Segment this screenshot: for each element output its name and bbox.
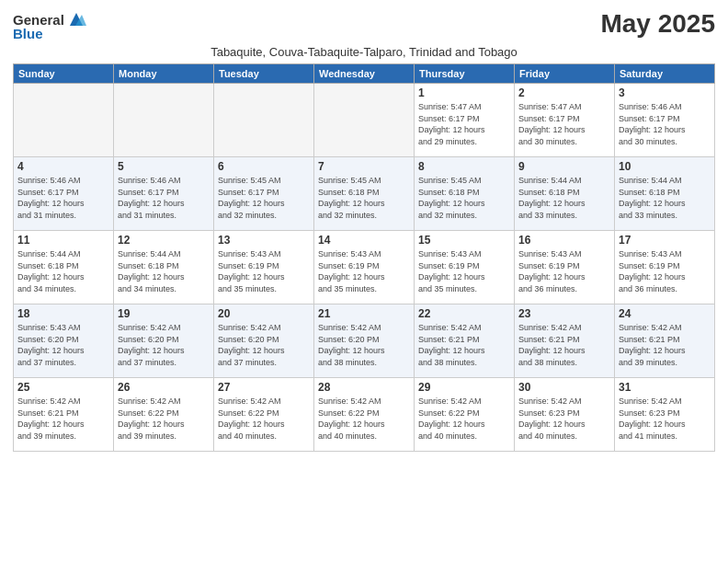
calendar-cell: 18Sunrise: 5:43 AM Sunset: 6:20 PM Dayli… xyxy=(14,304,114,378)
day-number: 24 xyxy=(619,307,711,320)
calendar-cell: 27Sunrise: 5:42 AM Sunset: 6:22 PM Dayli… xyxy=(214,378,314,452)
logo-blue: Blue xyxy=(13,26,43,41)
calendar-cell: 9Sunrise: 5:44 AM Sunset: 6:18 PM Daylig… xyxy=(515,157,615,231)
day-info: Sunrise: 5:42 AM Sunset: 6:23 PM Dayligh… xyxy=(518,396,610,442)
day-number: 29 xyxy=(418,381,510,394)
day-info: Sunrise: 5:42 AM Sunset: 6:22 PM Dayligh… xyxy=(118,396,210,442)
calendar-week-2: 11Sunrise: 5:44 AM Sunset: 6:18 PM Dayli… xyxy=(14,231,715,304)
day-info: Sunrise: 5:43 AM Sunset: 6:19 PM Dayligh… xyxy=(318,248,410,294)
calendar-title: May 2025 xyxy=(600,9,715,39)
day-number: 21 xyxy=(318,307,410,320)
day-info: Sunrise: 5:44 AM Sunset: 6:18 PM Dayligh… xyxy=(118,248,210,294)
header-thursday: Thursday xyxy=(415,64,515,84)
day-info: Sunrise: 5:42 AM Sunset: 6:23 PM Dayligh… xyxy=(619,396,711,442)
calendar-cell: 30Sunrise: 5:42 AM Sunset: 6:23 PM Dayli… xyxy=(515,378,615,452)
day-info: Sunrise: 5:43 AM Sunset: 6:19 PM Dayligh… xyxy=(218,248,310,294)
calendar-cell: 28Sunrise: 5:42 AM Sunset: 6:22 PM Dayli… xyxy=(314,378,415,452)
day-number: 6 xyxy=(218,160,310,173)
day-number: 12 xyxy=(118,234,210,247)
calendar-cell: 31Sunrise: 5:42 AM Sunset: 6:23 PM Dayli… xyxy=(615,378,715,452)
calendar-cell: 21Sunrise: 5:42 AM Sunset: 6:20 PM Dayli… xyxy=(314,304,415,378)
day-number: 3 xyxy=(619,86,711,99)
day-info: Sunrise: 5:44 AM Sunset: 6:18 PM Dayligh… xyxy=(619,175,711,221)
calendar-cell: 8Sunrise: 5:45 AM Sunset: 6:18 PM Daylig… xyxy=(415,157,515,231)
day-number: 17 xyxy=(619,234,711,247)
header-monday: Monday xyxy=(114,64,214,84)
day-info: Sunrise: 5:47 AM Sunset: 6:17 PM Dayligh… xyxy=(418,101,510,147)
header-wednesday: Wednesday xyxy=(314,64,415,84)
calendar-cell: 14Sunrise: 5:43 AM Sunset: 6:19 PM Dayli… xyxy=(314,231,415,304)
day-number: 18 xyxy=(17,307,109,320)
day-number: 23 xyxy=(518,307,610,320)
calendar-cell: 20Sunrise: 5:42 AM Sunset: 6:20 PM Dayli… xyxy=(214,304,314,378)
day-number: 16 xyxy=(518,234,610,247)
day-info: Sunrise: 5:44 AM Sunset: 6:18 PM Dayligh… xyxy=(518,175,610,221)
day-info: Sunrise: 5:42 AM Sunset: 6:21 PM Dayligh… xyxy=(619,322,711,368)
day-number: 7 xyxy=(318,160,410,173)
calendar-cell: 15Sunrise: 5:43 AM Sunset: 6:19 PM Dayli… xyxy=(415,231,515,304)
day-info: Sunrise: 5:46 AM Sunset: 6:17 PM Dayligh… xyxy=(619,101,711,147)
day-info: Sunrise: 5:43 AM Sunset: 6:19 PM Dayligh… xyxy=(619,248,711,294)
day-number: 10 xyxy=(619,160,711,173)
day-number: 22 xyxy=(418,307,510,320)
calendar-cell: 2Sunrise: 5:47 AM Sunset: 6:17 PM Daylig… xyxy=(515,84,615,157)
day-number: 20 xyxy=(218,307,310,320)
day-info: Sunrise: 5:42 AM Sunset: 6:22 PM Dayligh… xyxy=(318,396,410,442)
calendar-week-3: 18Sunrise: 5:43 AM Sunset: 6:20 PM Dayli… xyxy=(14,304,715,378)
day-info: Sunrise: 5:42 AM Sunset: 6:22 PM Dayligh… xyxy=(418,396,510,442)
day-info: Sunrise: 5:46 AM Sunset: 6:17 PM Dayligh… xyxy=(17,175,109,221)
day-number: 30 xyxy=(518,381,610,394)
logo-icon xyxy=(66,9,86,29)
calendar-cell: 19Sunrise: 5:42 AM Sunset: 6:20 PM Dayli… xyxy=(114,304,214,378)
calendar-cell: 29Sunrise: 5:42 AM Sunset: 6:22 PM Dayli… xyxy=(415,378,515,452)
day-number: 27 xyxy=(218,381,310,394)
header-tuesday: Tuesday xyxy=(214,64,314,84)
calendar-header-row: Sunday Monday Tuesday Wednesday Thursday… xyxy=(14,64,715,84)
calendar-week-0: 1Sunrise: 5:47 AM Sunset: 6:17 PM Daylig… xyxy=(14,84,715,157)
calendar-cell: 3Sunrise: 5:46 AM Sunset: 6:17 PM Daylig… xyxy=(615,84,715,157)
day-number: 8 xyxy=(418,160,510,173)
header-saturday: Saturday xyxy=(615,64,715,84)
calendar-cell: 1Sunrise: 5:47 AM Sunset: 6:17 PM Daylig… xyxy=(415,84,515,157)
day-number: 28 xyxy=(318,381,410,394)
day-info: Sunrise: 5:44 AM Sunset: 6:18 PM Dayligh… xyxy=(17,248,109,294)
calendar-cell: 7Sunrise: 5:45 AM Sunset: 6:18 PM Daylig… xyxy=(314,157,415,231)
day-number: 1 xyxy=(418,86,510,99)
day-info: Sunrise: 5:42 AM Sunset: 6:20 PM Dayligh… xyxy=(218,322,310,368)
day-info: Sunrise: 5:45 AM Sunset: 6:18 PM Dayligh… xyxy=(418,175,510,221)
day-number: 5 xyxy=(118,160,210,173)
day-number: 13 xyxy=(218,234,310,247)
day-info: Sunrise: 5:42 AM Sunset: 6:21 PM Dayligh… xyxy=(518,322,610,368)
calendar-cell: 10Sunrise: 5:44 AM Sunset: 6:18 PM Dayli… xyxy=(615,157,715,231)
calendar-cell xyxy=(114,84,214,157)
day-info: Sunrise: 5:42 AM Sunset: 6:20 PM Dayligh… xyxy=(118,322,210,368)
day-number: 25 xyxy=(17,381,109,394)
calendar-cell: 25Sunrise: 5:42 AM Sunset: 6:21 PM Dayli… xyxy=(14,378,114,452)
calendar-cell xyxy=(314,84,415,157)
header: General Blue May 2025 xyxy=(13,9,715,41)
day-number: 4 xyxy=(17,160,109,173)
calendar-cell: 17Sunrise: 5:43 AM Sunset: 6:19 PM Dayli… xyxy=(615,231,715,304)
day-info: Sunrise: 5:47 AM Sunset: 6:17 PM Dayligh… xyxy=(518,101,610,147)
day-info: Sunrise: 5:43 AM Sunset: 6:19 PM Dayligh… xyxy=(518,248,610,294)
day-info: Sunrise: 5:45 AM Sunset: 6:17 PM Dayligh… xyxy=(218,175,310,221)
logo-general: General xyxy=(13,12,64,28)
header-friday: Friday xyxy=(515,64,615,84)
day-number: 15 xyxy=(418,234,510,247)
calendar-cell: 23Sunrise: 5:42 AM Sunset: 6:21 PM Dayli… xyxy=(515,304,615,378)
calendar-cell: 26Sunrise: 5:42 AM Sunset: 6:22 PM Dayli… xyxy=(114,378,214,452)
page: General Blue May 2025 Tabaquite, Couva-T… xyxy=(0,0,728,563)
calendar-cell: 22Sunrise: 5:42 AM Sunset: 6:21 PM Dayli… xyxy=(415,304,515,378)
day-info: Sunrise: 5:43 AM Sunset: 6:19 PM Dayligh… xyxy=(418,248,510,294)
day-number: 31 xyxy=(619,381,711,394)
calendar-cell: 6Sunrise: 5:45 AM Sunset: 6:17 PM Daylig… xyxy=(214,157,314,231)
header-sunday: Sunday xyxy=(14,64,114,84)
calendar-table: Sunday Monday Tuesday Wednesday Thursday… xyxy=(13,63,715,452)
day-number: 14 xyxy=(318,234,410,247)
day-info: Sunrise: 5:42 AM Sunset: 6:21 PM Dayligh… xyxy=(17,396,109,442)
calendar-cell: 12Sunrise: 5:44 AM Sunset: 6:18 PM Dayli… xyxy=(114,231,214,304)
calendar-cell: 5Sunrise: 5:46 AM Sunset: 6:17 PM Daylig… xyxy=(114,157,214,231)
calendar-cell: 16Sunrise: 5:43 AM Sunset: 6:19 PM Dayli… xyxy=(515,231,615,304)
calendar-week-1: 4Sunrise: 5:46 AM Sunset: 6:17 PM Daylig… xyxy=(14,157,715,231)
logo: General Blue xyxy=(13,9,86,41)
